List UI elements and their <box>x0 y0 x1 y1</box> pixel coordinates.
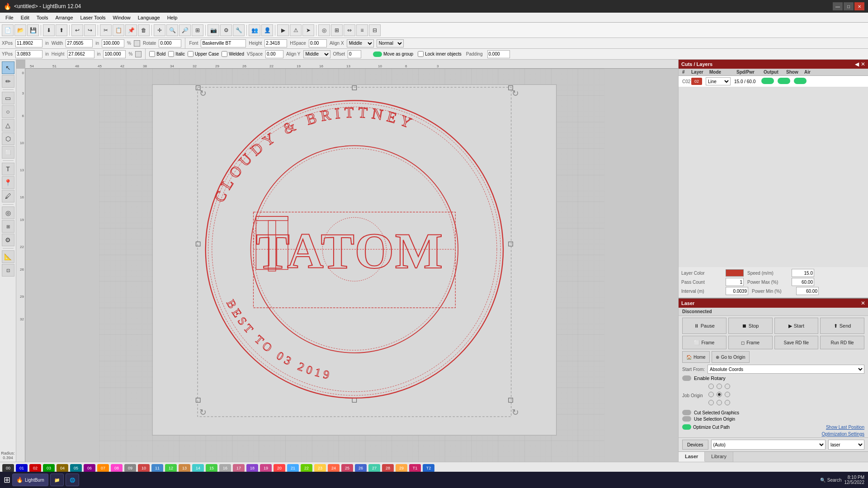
xpos-input[interactable] <box>15 39 42 47</box>
layer-badge-20[interactable]: 20 <box>274 464 285 472</box>
close-button[interactable]: ✕ <box>854 2 864 10</box>
warn-button[interactable]: ⚠ <box>290 24 302 36</box>
cuts-close-button[interactable]: ✕ <box>861 61 865 67</box>
import-button[interactable]: ⬇ <box>43 24 55 36</box>
origin-br[interactable] <box>725 400 730 405</box>
save-rd-button[interactable]: Save RD file <box>774 336 819 349</box>
normal-select[interactable]: Normal <box>377 39 404 47</box>
tools2-button[interactable]: 🔧 <box>233 24 245 36</box>
ypos-input[interactable] <box>15 50 42 58</box>
save-button[interactable]: 💾 <box>27 24 39 36</box>
zoom-fit-button[interactable]: ⊞ <box>192 24 203 36</box>
air-toggle[interactable] <box>794 78 807 84</box>
maximize-button[interactable]: □ <box>844 2 854 10</box>
use-selection-toggle[interactable] <box>682 416 691 422</box>
layer-badge-16[interactable]: 16 <box>219 464 231 472</box>
show-last-link[interactable]: Show Last Position <box>826 425 864 430</box>
enable-rotary-toggle[interactable] <box>682 375 691 381</box>
height2-input[interactable] <box>264 39 287 47</box>
layer-badge-27[interactable]: 27 <box>368 464 380 472</box>
layer-badge-12[interactable]: 12 <box>165 464 177 472</box>
padding-input[interactable] <box>487 50 510 58</box>
layer-badge-23[interactable]: 23 <box>314 464 326 472</box>
text-tool[interactable]: T <box>2 163 14 175</box>
layer-badge-18[interactable]: 18 <box>246 464 258 472</box>
canvas-content[interactable]: ↻ ↻ ↻ ↻ CLOUDY & BRITTNEY <box>25 69 678 462</box>
layer-badge-29[interactable]: 29 <box>396 464 407 472</box>
paste-button[interactable]: 📌 <box>125 24 137 36</box>
minimize-button[interactable]: — <box>833 2 843 10</box>
origin-tc[interactable] <box>717 384 722 389</box>
open-button[interactable]: 📂 <box>14 24 26 36</box>
canvas-area[interactable]: 54 51 48 45 42 38 34 32 29 26 22 19 16 1… <box>16 60 678 462</box>
origin-bc[interactable] <box>717 400 722 405</box>
pass-count-input[interactable] <box>726 278 744 286</box>
undo-button[interactable]: ↩ <box>71 24 83 36</box>
frame1-button[interactable]: ⬜ Frame <box>682 336 726 349</box>
origin-mc[interactable] <box>717 392 722 397</box>
circle-tool[interactable]: ○ <box>2 105 14 118</box>
layer-badge-03[interactable]: 03 <box>43 464 55 472</box>
layer-badge-17[interactable]: 17 <box>233 464 245 472</box>
go-to-origin-button[interactable]: ⊕ Go to Origin <box>712 351 750 363</box>
optimize-cut-toggle[interactable] <box>682 424 691 430</box>
draw-pen-tool[interactable]: ✏ <box>2 75 14 88</box>
start-from-select[interactable]: Absolute Coords <box>708 365 864 374</box>
circle-button[interactable]: ◎ <box>318 24 330 36</box>
layer-badge-08[interactable]: 08 <box>111 464 123 472</box>
zoom-out-button[interactable]: 🔎 <box>179 24 191 36</box>
frame2-button[interactable]: ◻ Frame <box>728 336 773 349</box>
devices-button[interactable]: Devices <box>682 440 708 450</box>
layer-badge-26[interactable]: 26 <box>355 464 367 472</box>
layer-badge-15[interactable]: 15 <box>206 464 217 472</box>
layer-badge-09[interactable]: 09 <box>124 464 136 472</box>
array-button[interactable]: ⊞ <box>331 24 343 36</box>
user-button[interactable]: 👤 <box>261 24 273 36</box>
devices-select[interactable]: (Auto) <box>711 440 826 450</box>
align-button[interactable]: ≡ <box>356 24 368 36</box>
layer-badge-07[interactable]: 07 <box>97 464 109 472</box>
lock-ratio-button[interactable] <box>134 40 140 47</box>
layer-badge-14[interactable]: 14 <box>192 464 204 472</box>
offset-input[interactable] <box>348 50 361 58</box>
layer-badge-19[interactable]: 19 <box>260 464 272 472</box>
lock-ratio2-button[interactable] <box>135 51 142 57</box>
taskbar-explorer[interactable]: 📁 <box>50 474 64 486</box>
new-button[interactable]: 📄 <box>2 24 14 36</box>
layer-badge-22[interactable]: 22 <box>301 464 312 472</box>
origin-bl[interactable] <box>708 400 714 405</box>
speed-input[interactable] <box>792 269 814 277</box>
rotate-input[interactable] <box>159 39 181 47</box>
settings2-tool[interactable]: ⚙ <box>2 234 14 246</box>
layer-badge-24[interactable]: 24 <box>328 464 340 472</box>
taskbar-lightburn[interactable]: 🔥 LightBurn <box>12 474 48 486</box>
export-button[interactable]: ⬆ <box>56 24 67 36</box>
layer-mode-select[interactable]: Line <box>706 77 731 85</box>
uppercase-checkbox[interactable] <box>188 51 193 57</box>
start-button[interactable]: ▶ Start <box>774 318 819 334</box>
menu-tools[interactable]: Tools <box>33 14 52 21</box>
laser-type-select[interactable]: laser <box>828 440 864 450</box>
align-y-select[interactable]: Middle <box>303 50 330 58</box>
menu-edit[interactable]: Edit <box>17 14 33 21</box>
laser-close-button[interactable]: ✕ <box>861 300 865 306</box>
mirror-button[interactable]: ⇔ <box>344 24 355 36</box>
layer-badge-10[interactable]: 10 <box>138 464 150 472</box>
play-button[interactable]: ▶ <box>277 24 289 36</box>
hspace-input[interactable] <box>309 39 327 47</box>
tab-laser[interactable]: Laser <box>679 452 705 462</box>
scale-h-input[interactable] <box>103 50 126 58</box>
taskbar-search[interactable]: 🔍 Search <box>820 478 842 483</box>
polygon-tool[interactable]: ⬡ <box>2 132 14 145</box>
move-button[interactable]: ✛ <box>154 24 165 36</box>
bold-checkbox[interactable] <box>149 51 155 57</box>
layer-badge-06[interactable]: 06 <box>84 464 95 472</box>
lock-inner-checkbox[interactable] <box>418 51 424 57</box>
layer-badge-11[interactable]: 11 <box>151 464 163 472</box>
measure-tool[interactable]: 📐 <box>2 250 14 263</box>
titlebar-controls[interactable]: — □ ✕ <box>833 2 864 10</box>
layer-color-swatch[interactable] <box>726 269 744 277</box>
origin-ml[interactable] <box>708 392 714 397</box>
cut-selected-toggle[interactable] <box>682 410 691 415</box>
layer-badge-t2[interactable]: T2 <box>423 464 434 472</box>
